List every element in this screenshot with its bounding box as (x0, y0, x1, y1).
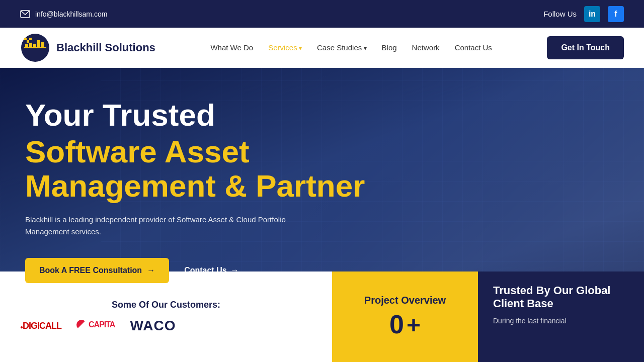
nav-item-services[interactable]: Services (268, 43, 302, 52)
project-overview-section: Project Overview 0 + (332, 272, 478, 362)
top-bar: info@blackhillsam.com Follow Us in f (0, 0, 644, 28)
project-overview-number: 0 (389, 311, 404, 337)
top-bar-social-area: Follow Us in f (543, 6, 624, 22)
nav-link-whatwedo[interactable]: What We Do (210, 43, 253, 52)
trusted-title: Trusted By Our Global Client Base (493, 284, 629, 311)
svg-rect-7 (41, 42, 44, 48)
book-consultation-button[interactable]: Book A FREE Consultation → (25, 258, 169, 283)
nav-link-blog[interactable]: Blog (382, 43, 397, 52)
nav-item-network[interactable]: Network (412, 43, 440, 52)
trusted-section: Trusted By Our Global Client Base During… (478, 272, 644, 362)
svg-rect-12 (27, 40, 29, 43)
nav-item-casestudies[interactable]: Case Studies (317, 43, 367, 52)
hero-description: Blackhill is a leading independent provi… (25, 214, 327, 238)
svg-rect-13 (29, 40, 32, 43)
svg-rect-3 (25, 44, 28, 48)
hero-content: Your Trusted Software Asset Management &… (25, 98, 377, 283)
svg-rect-5 (33, 44, 36, 48)
bottom-section: Some Of Our Customers: ●DIGICALL CAPITA … (0, 272, 644, 362)
follow-us-label: Follow Us (543, 10, 577, 18)
project-overview-title: Project Overview (364, 295, 446, 306)
project-overview-plus: + (407, 311, 421, 339)
logo-text: Blackhill Solutions (56, 41, 155, 54)
arrow-right-icon-contact: → (231, 266, 239, 275)
customers-section: Some Of Our Customers: ●DIGICALL CAPITA … (0, 272, 332, 362)
logo-image (20, 33, 50, 63)
nav-link-network[interactable]: Network (412, 43, 440, 52)
top-bar-email-area: info@blackhillsam.com (20, 10, 107, 18)
contact-us-label: Contact Us (184, 266, 226, 275)
facebook-icon[interactable]: f (608, 6, 624, 22)
trusted-desc: During the last financial (493, 316, 629, 326)
nav-item-blog[interactable]: Blog (382, 43, 397, 52)
svg-rect-9 (27, 38, 29, 40)
nav-link-casestudies[interactable]: Case Studies (317, 43, 367, 52)
arrow-right-icon: → (147, 266, 155, 275)
linkedin-icon[interactable]: in (584, 6, 600, 22)
hero-title-yellow: Software Asset Management & Partner (25, 135, 377, 203)
nav-link-services[interactable]: Services (268, 43, 302, 52)
navbar: Blackhill Solutions What We Do Services … (0, 28, 644, 68)
book-consultation-label: Book A FREE Consultation (39, 266, 142, 275)
svg-rect-6 (37, 40, 40, 48)
nav-item-contact[interactable]: Contact Us (455, 43, 492, 52)
hero-title-white: Your Trusted (25, 98, 377, 132)
waco-logo: WACO (130, 318, 176, 334)
hero-section: Your Trusted Software Asset Management &… (0, 68, 644, 362)
digi-logo: ●DIGICALL (20, 321, 61, 331)
logo-area[interactable]: Blackhill Solutions (20, 33, 155, 63)
capita-logo: CAPITA (76, 320, 115, 332)
hero-buttons: Book A FREE Consultation → Contact Us → (25, 258, 377, 283)
svg-rect-11 (24, 40, 27, 43)
get-in-touch-button[interactable]: Get In Touch (547, 36, 624, 59)
customers-logos: ●DIGICALL CAPITA WACO (20, 318, 312, 334)
email-icon (20, 10, 30, 18)
svg-rect-10 (29, 38, 32, 40)
nav-links: What We Do Services Case Studies Blog Ne… (210, 43, 492, 52)
email-text: info@blackhillsam.com (35, 10, 107, 18)
customers-title: Some Of Our Customers: (20, 300, 312, 310)
nav-item-whatwedo[interactable]: What We Do (210, 43, 253, 52)
contact-us-button[interactable]: Contact Us → (184, 266, 238, 275)
nav-link-contact[interactable]: Contact Us (455, 43, 492, 52)
svg-rect-8 (24, 38, 27, 40)
